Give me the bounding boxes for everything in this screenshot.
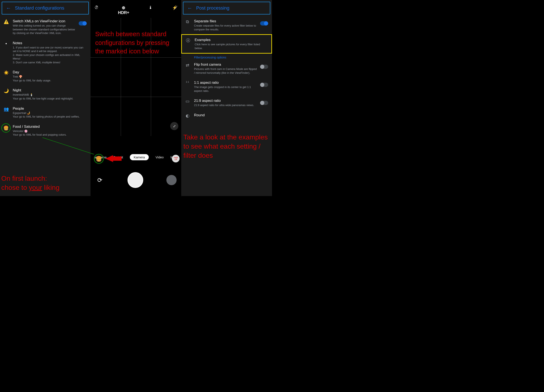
camera-mode-kamera[interactable]: Kamera — [130, 154, 149, 160]
row-subtitle: With this setting turned on, you can cha… — [13, 24, 76, 35]
annotation-switch-configs: Switch between standard configurations b… — [95, 30, 177, 56]
row-subtitle: Click here to see sample pictures for ev… — [195, 42, 267, 50]
annotation-examples: Take a look at the examples to see what … — [183, 133, 271, 160]
row-title: Round — [194, 113, 268, 117]
temperature-icon[interactable]: 🌡︎ — [148, 5, 153, 15]
setting-row-food-saturated[interactable]: 🍔Food / SaturatedVericolor 🌸 Your go to … — [0, 122, 90, 140]
setting-row-notes[interactable]: •Notes1. If you don't want to use one (o… — [0, 38, 90, 67]
camera-bottom-bar: ⟳ — [90, 164, 181, 196]
row-icon: 1:1 — [184, 81, 191, 83]
row-icon: 🌙 — [3, 88, 10, 93]
row-subtitle: Pictures with front cam in Camera Mode a… — [194, 67, 257, 75]
setting-row-day[interactable]: ☀️DayTrek 🍄 Your go to XML for daily usa… — [0, 67, 90, 85]
settings-panel-standard-configs: ← Standard configurations ⚠️Switch XMLs … — [0, 0, 90, 196]
toggle-switch[interactable] — [79, 21, 87, 25]
row-title: Separate files — [194, 19, 257, 23]
header-title: Post processing — [196, 5, 230, 11]
row-icon: 👥 — [3, 107, 10, 112]
toggle-switch[interactable] — [260, 21, 268, 25]
row-title: 1:1 aspect ratio — [194, 81, 257, 85]
timer-off-icon[interactable]: ⏱̸ — [94, 5, 99, 15]
row-subtitle: Vericolor 🌸 Your go to XML for food and … — [13, 129, 87, 137]
row-icon: ⚠️ — [3, 19, 10, 24]
row-title: Examples — [195, 38, 267, 42]
awb-off-badge[interactable]: AWB Off — [172, 155, 180, 162]
setting-row-flip-front-camera[interactable]: ⇄Flip front cameraPictures with front ca… — [181, 59, 272, 77]
camera-mode-strip: anoramaPorträtKameraVideoMehr — [90, 154, 181, 160]
toggle-switch[interactable] — [260, 101, 268, 105]
row-title: 21:9 aspect ratio — [194, 99, 257, 103]
row-subtitle: Create separate files for every active f… — [194, 24, 257, 31]
row-title: Night — [13, 88, 87, 92]
switch-camera-icon[interactable]: ⟳ — [95, 176, 104, 184]
camera-viewfinder: ⏱̸ ⊕HDR+ 🌡︎ ⚡̸ Switch between standard c… — [90, 0, 181, 196]
row-icon: ▭ — [184, 99, 191, 104]
setting-row-people[interactable]: 👥PeopleEgoportrait 🤳 Your go to XML for … — [0, 104, 90, 122]
setting-row-night[interactable]: 🌙NightInvertedAWB 🕯️ Your go to XML for … — [0, 85, 90, 103]
back-arrow-icon[interactable]: ← — [6, 5, 11, 11]
row-icon: ◐ — [184, 113, 191, 118]
row-title: Notes — [13, 41, 87, 45]
viewfinder-xml-icon[interactable]: 🍔 — [94, 154, 104, 164]
row-icon: Ⓐ — [184, 38, 192, 43]
row-subtitle: 21:9 aspect ratio for ultra wide panoram… — [194, 103, 257, 107]
annotation-arrow — [105, 155, 113, 162]
setting-row-switch-xmls-on-viewfinder-icon[interactable]: ⚠️Switch XMLs on ViewFinder iconWith thi… — [0, 16, 90, 38]
row-title: People — [13, 107, 87, 111]
row-title: Food / Saturated — [13, 125, 87, 129]
row-subtitle: Trek 🍄 Your go to XML for daily usage. — [13, 75, 87, 82]
shutter-button[interactable] — [128, 172, 143, 188]
back-arrow-icon[interactable]: ← — [187, 5, 192, 11]
row-subtitle: 1. If you don't want to use one (or more… — [13, 46, 87, 64]
camera-mode-video[interactable]: Video — [156, 155, 164, 159]
row-icon: 🍔 — [3, 125, 10, 133]
row-subtitle: InvertedAWB 🕯️ Your go to XML for low li… — [13, 93, 87, 100]
row-icon: ⇄ — [184, 63, 191, 68]
header-title: Standard configurations — [15, 5, 64, 11]
grid-line — [90, 57, 181, 58]
row-subtitle: Egoportrait 🤳 Your go to XML for taking … — [13, 111, 87, 119]
setting-row-separate-files[interactable]: ⧉Separate filesCreate separate files for… — [181, 16, 272, 34]
zoom-button[interactable]: ⤢ — [170, 122, 178, 130]
row-title: Day — [13, 70, 87, 74]
camera-top-bar: ⏱̸ ⊕HDR+ 🌡︎ ⚡̸ — [90, 0, 181, 20]
flash-off-icon[interactable]: ⚡̸ — [172, 5, 177, 15]
header-post-processing: ← Post processing — [183, 2, 270, 14]
annotation-first-launch: On first launch: chose to your liking — [1, 174, 59, 192]
row-icon: • — [3, 41, 10, 46]
setting-row-round[interactable]: ◐Round — [181, 110, 272, 121]
last-photo-thumbnail[interactable] — [166, 175, 177, 185]
hdr-plus-icon[interactable]: ⊕HDR+ — [118, 5, 129, 15]
row-title: Flip front camera — [194, 63, 257, 67]
header-standard-configs: ← Standard configurations — [2, 2, 89, 14]
row-title: Switch XMLs on ViewFinder icon — [13, 19, 76, 23]
section-label-filter-options: Filter/processing options — [181, 53, 272, 59]
setting-row-examples[interactable]: ⒶExamplesClick here to see sample pictur… — [181, 34, 272, 53]
setting-row-21-9-aspect-ratio[interactable]: ▭21:9 aspect ratio21:9 aspect ratio for … — [181, 96, 272, 110]
row-icon: ☀️ — [3, 70, 10, 75]
row-subtitle: The image gets cropped in its center to … — [194, 85, 257, 93]
toggle-switch[interactable] — [260, 65, 268, 69]
setting-row-1-1-aspect-ratio[interactable]: 1:11:1 aspect ratioThe image gets croppe… — [181, 77, 272, 96]
toggle-switch[interactable] — [260, 83, 268, 87]
grid-line — [90, 97, 181, 97]
row-icon: ⧉ — [184, 19, 191, 24]
settings-panel-post-processing: ← Post processing ⧉Separate filesCreate … — [181, 0, 272, 196]
